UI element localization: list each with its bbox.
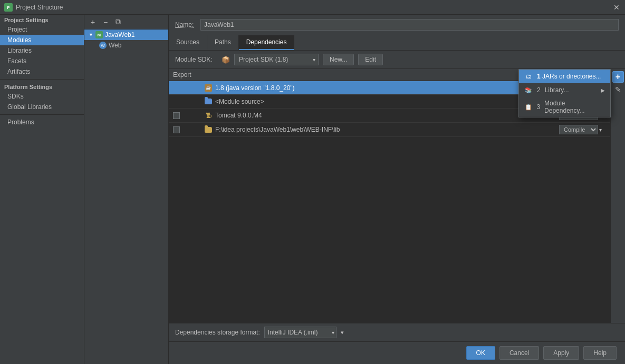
dep-row3-check[interactable]	[173, 112, 205, 119]
sidebar-item-artifacts[interactable]: Artifacts	[0, 66, 84, 77]
project-settings-label: Project Settings	[0, 15, 84, 24]
sidebar: Project Settings Project Modules Librari…	[0, 15, 84, 364]
dep-row1-label: 1.8 (java version "1.8.0_20")	[215, 84, 295, 92]
popup-item-library-label: Library...	[545, 86, 569, 94]
module-source-icon	[205, 99, 212, 104]
sdk-select[interactable]: Project SDK (1.8)	[234, 54, 319, 65]
popup-item-module-dep-num: 3	[536, 103, 540, 111]
popup-item-jars-label: 1 JARs or directories...	[537, 73, 601, 80]
tree-item-javaweb1[interactable]: ▼ M JavaWeb1	[84, 29, 168, 40]
add-dep-popup: 🗂 1 JARs or directories... 📚 2 Library..…	[518, 69, 611, 117]
sidebar-item-facets[interactable]: Facets	[0, 56, 84, 66]
dep-format-label: Dependencies storage format:	[175, 329, 260, 336]
edit-dep-icon: ✎	[615, 85, 621, 94]
name-input[interactable]	[200, 19, 619, 31]
tree-item-web[interactable]: W Web	[84, 40, 168, 51]
app-icon: P	[4, 3, 13, 12]
sidebar-item-facets-label: Facets	[7, 57, 26, 65]
tab-sources[interactable]: Sources	[169, 35, 207, 50]
apply-button[interactable]: Apply	[543, 346, 579, 360]
sidebar-divider2	[0, 114, 84, 115]
format-dropdown-arrow[interactable]: ▾	[341, 329, 344, 336]
web-facet-icon: W	[99, 42, 107, 49]
help-button[interactable]: Help	[583, 346, 617, 360]
sdk-row: Module SDK: 📦 Project SDK (1.8) New... E…	[169, 51, 625, 69]
tree-item-javaweb1-label: JavaWeb1	[105, 31, 134, 38]
tomcat-icon: 🗜	[205, 112, 212, 119]
cancel-button[interactable]: Cancel	[499, 346, 539, 360]
module-tree: + − ⧉ ▼ M JavaWeb1 W Web	[84, 15, 169, 364]
col-name	[205, 71, 543, 78]
popup-item-library[interactable]: 📚 2 Library... ▶	[519, 83, 610, 97]
format-select-wrapper: IntelliJ IDEA (.iml) Eclipse (.classpath…	[264, 327, 336, 338]
popup-library-icon: 📚	[524, 86, 533, 94]
popup-item-library-num: 2	[537, 86, 541, 94]
popup-item-module-dep[interactable]: 📋 3 Module Dependency...	[519, 97, 610, 117]
close-button[interactable]: ✕	[612, 3, 621, 12]
format-select[interactable]: IntelliJ IDEA (.iml) Eclipse (.classpath…	[264, 327, 336, 338]
title-bar: P Project Structure ✕	[0, 0, 625, 15]
name-label: Name:	[175, 21, 196, 28]
tree-expand-arrow: ▼	[89, 32, 93, 37]
dep-row4-checkbox[interactable]	[173, 126, 180, 133]
sidebar-item-project[interactable]: Project	[0, 24, 84, 35]
sidebar-divider	[0, 79, 84, 80]
tab-dependencies[interactable]: Dependencies	[239, 35, 295, 50]
popup-item-module-dep-label: Module Dependency...	[544, 100, 605, 114]
side-actions: + 🗂 1 JARs or directories... 📚 2 Li	[610, 69, 625, 323]
sdk-icon: 📦	[222, 56, 230, 64]
add-module-button[interactable]: +	[88, 17, 98, 27]
sidebar-item-sdks[interactable]: SDKs	[0, 91, 84, 102]
sidebar-item-libraries[interactable]: Libraries	[0, 45, 84, 56]
svg-text:P: P	[7, 5, 10, 10]
ok-button[interactable]: OK	[466, 346, 495, 360]
dep-row3-name: 🗜 Tomcat 9.0.0.M4	[205, 112, 543, 119]
window-title: Project Structure	[16, 4, 612, 11]
popup-library-arrow: ▶	[601, 87, 605, 93]
add-dep-icon: +	[616, 72, 620, 82]
sidebar-item-libraries-label: Libraries	[7, 47, 32, 54]
content-area: Name: Sources Paths Dependencies Module …	[169, 15, 625, 364]
sidebar-item-sdks-label: SDKs	[7, 93, 24, 100]
sdk-new-button[interactable]: New...	[323, 54, 354, 65]
dep-row4-check[interactable]	[173, 126, 205, 133]
sidebar-item-project-label: Project	[7, 26, 27, 33]
dep-row4-scope-select[interactable]: Compile Provided Test Runtime	[559, 125, 598, 134]
dialog-buttons: OK Cancel Apply Help	[169, 341, 625, 364]
popup-module-dep-icon: 📋	[524, 103, 532, 111]
add-dependency-button[interactable]: +	[612, 71, 624, 83]
sidebar-item-problems[interactable]: Problems	[0, 117, 84, 127]
main-container: Project Settings Project Modules Librari…	[0, 15, 625, 364]
bottom-bar: Dependencies storage format: IntelliJ ID…	[169, 323, 625, 341]
tree-item-web-label: Web	[109, 42, 121, 49]
dep-table-wrap: Export Scope ☕ 1.8 (java version "1.8.0_…	[169, 69, 625, 323]
remove-module-button[interactable]: −	[100, 17, 111, 27]
dep-row4-label: F:\idea projects\JavaWeb1\web\WEB-INF\li…	[215, 126, 340, 133]
sidebar-item-global-libraries[interactable]: Global Libraries	[0, 102, 84, 112]
tabs-row: Sources Paths Dependencies	[169, 35, 625, 51]
dep-row2-label: <Module source>	[215, 98, 264, 105]
popup-jars-icon: 🗂	[524, 72, 533, 81]
platform-settings-label: Platform Settings	[0, 82, 84, 91]
sdk-select-wrapper: Project SDK (1.8)	[234, 54, 319, 65]
dep-row-lib[interactable]: F:\idea projects\JavaWeb1\web\WEB-INF\li…	[169, 123, 610, 137]
dep-row2-name: <Module source>	[205, 98, 543, 105]
dep-row3-checkbox[interactable]	[173, 112, 180, 119]
module-icon: M	[95, 31, 103, 38]
name-row: Name:	[169, 15, 625, 35]
edit-dependency-button[interactable]: ✎	[612, 84, 624, 95]
dep-row4-scope-arrow[interactable]: ▾	[599, 127, 602, 133]
dep-row1-name: ☕ 1.8 (java version "1.8.0_20")	[205, 84, 543, 92]
tree-toolbar: + − ⧉	[84, 15, 168, 29]
popup-item-jars[interactable]: 🗂 1 JARs or directories...	[519, 70, 610, 83]
sidebar-item-modules[interactable]: Modules	[0, 35, 84, 45]
col-export: Export	[173, 71, 205, 78]
sidebar-item-problems-label: Problems	[7, 119, 34, 126]
tab-paths[interactable]: Paths	[207, 35, 239, 50]
lib-folder-icon	[205, 127, 212, 133]
sidebar-item-global-libraries-label: Global Libraries	[7, 103, 52, 111]
sdk-row-icon: ☕	[205, 84, 212, 92]
sdk-edit-button[interactable]: Edit	[358, 54, 383, 65]
copy-module-button[interactable]: ⧉	[113, 17, 123, 27]
sdk-label: Module SDK:	[175, 56, 217, 63]
